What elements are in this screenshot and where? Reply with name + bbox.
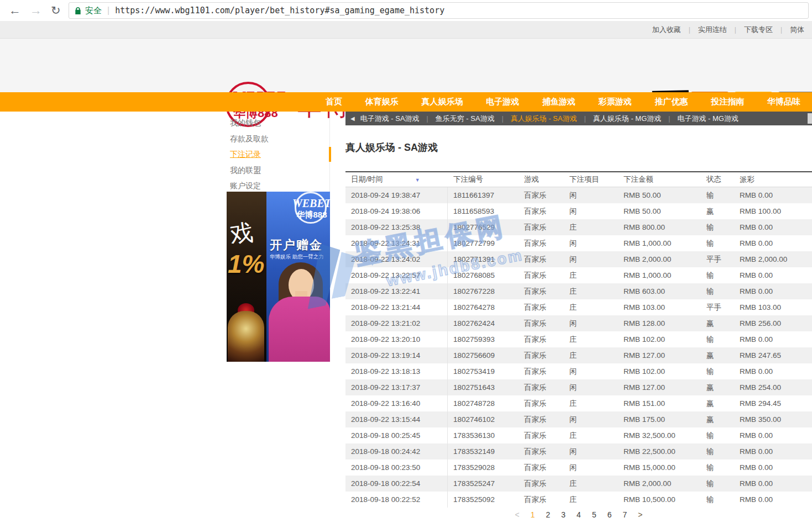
column-header-3[interactable]: 下注项目 [564,175,618,184]
table-cell: 1802771391 [448,255,518,263]
table-cell: 闲 [564,463,618,473]
table-row: 2018-09-22 13:19:141802756609百家乐庄RMB 127… [345,347,812,363]
table-cell: 2018-09-22 13:18:13 [345,363,448,379]
pagination-page-4[interactable]: 4 [577,510,581,519]
table-cell: 赢 [701,415,734,425]
nav-item-3[interactable]: 电子游戏 [486,97,519,107]
table-row: 2018-09-22 13:21:441802764278百家乐庄RMB 103… [345,299,812,315]
browser-reload-button[interactable]: ↻ [51,2,61,19]
nav-item-4[interactable]: 捕鱼游戏 [542,97,575,107]
table-cell: RMB 0.00 [734,367,812,376]
utility-link-1[interactable]: 实用连结 [690,25,735,35]
table-cell: RMB 0.00 [734,431,812,440]
pagination-prev[interactable]: < [515,510,520,519]
table-cell: 1802768085 [448,271,518,279]
nav-item-7[interactable]: 投注指南 [711,97,744,107]
history-tab-1[interactable]: 鱼乐无穷 - SA游戏 [436,114,495,124]
table-cell: RMB 50.00 [618,191,701,199]
history-tab-2[interactable]: 真人娱乐场 - SA游戏 [511,114,577,124]
column-header-0[interactable]: 日期/时间▼ [345,175,448,184]
nav-item-2[interactable]: 真人娱乐场 [421,97,463,107]
browser-chrome: ← → ↻ 安全 | https://www.wbg1101.com/playe… [0,0,812,21]
table-cell: 1802772799 [448,239,518,247]
active-indicator [329,147,331,162]
history-tab-0[interactable]: 电子游戏 - SA游戏 [360,114,420,124]
table-cell: 百家乐 [518,191,564,200]
nav-item-0[interactable]: 首页 [326,97,342,107]
table-row: 2018-09-18 00:24:421783532149百家乐闲RMB 22,… [345,443,812,459]
browser-forward-button[interactable]: → [30,2,42,19]
table-cell: 输 [701,447,734,457]
column-header-6[interactable]: 派彩 [734,175,812,184]
table-cell: 输 [701,463,734,473]
table-cell: 庄 [564,351,618,361]
table-cell: 1802753419 [448,367,518,376]
column-header-4[interactable]: 下注金额 [618,175,701,184]
address-bar[interactable]: 安全 | https://www.wbg1101.com/player/bet_… [69,2,809,19]
table-row: 2018-09-22 13:21:021802762424百家乐闲RMB 128… [345,315,812,331]
sidebar-item-1[interactable]: 存款及取款 [230,131,329,147]
browser-back-button[interactable]: ← [9,2,21,19]
table-row: 2018-09-22 13:22:411802767228百家乐庄RMB 603… [345,283,812,299]
pagination-page-3[interactable]: 3 [561,510,565,519]
banner-percent-text: 1% [228,249,264,279]
history-tab-4[interactable]: 电子游戏 - MG游戏 [677,114,738,124]
url-separator: | [107,6,109,15]
table-cell: 1783525092 [448,495,518,504]
table-cell: 2018-09-22 13:21:44 [345,299,448,315]
table-cell: RMB 0.00 [734,447,812,456]
pagination-page-6[interactable]: 6 [607,510,612,519]
table-cell: 输 [701,495,734,505]
table-cell: RMB 256.00 [734,319,812,327]
utility-link-0[interactable]: 加入收藏 [645,25,689,35]
url-text[interactable]: https://www.wbg1101.com/player/bet_histo… [115,6,444,15]
table-cell: 百家乐 [518,351,564,361]
banner-title: 开户赠金 [270,237,323,253]
sidebar-item-2[interactable]: 下注记录 [230,146,329,162]
table-cell: RMB 151.00 [618,399,701,408]
history-tab-bar: ◀ 电子游戏 - SA游戏|鱼乐无穷 - SA游戏|真人娱乐场 - SA游戏|真… [345,112,812,125]
bet-history-table: 日期/时间▼下注编号游戏下注项目下注金额状态派彩 2018-09-24 19:3… [345,171,812,508]
table-cell: 庄 [564,495,618,505]
table-cell: 百家乐 [518,207,564,216]
pagination-page-1[interactable]: 1 [531,510,535,519]
table-cell: 庄 [564,223,618,233]
table-cell: RMB 0.00 [734,287,812,295]
table-cell: 闲 [564,319,618,329]
utility-link-3[interactable]: 简体 [782,25,812,35]
table-cell: 百家乐 [518,255,564,265]
table-cell: 百家乐 [518,495,564,505]
table-cell: 1802748728 [448,399,518,408]
pagination-page-7[interactable]: 7 [622,510,627,519]
tab-separator: | [584,115,586,123]
table-cell: 输 [701,479,734,489]
promo-banner[interactable]: 戏 1% WEBET 华博888 开户赠金 华博娱乐 助您一臂之力 [227,192,330,362]
table-cell: 1802762424 [448,319,518,327]
nav-item-8[interactable]: 华博品味 [767,97,800,107]
sidebar-item-0[interactable]: 我的钱包 [230,115,329,131]
tab-scroll-left-icon[interactable]: ◀ [350,115,355,121]
table-cell: 平手 [701,303,734,313]
table-cell: 庄 [564,399,618,409]
table-cell: 庄 [564,479,618,489]
nav-item-1[interactable]: 体育娱乐 [365,97,399,107]
pagination-page-2[interactable]: 2 [546,510,551,519]
table-cell: 百家乐 [518,399,564,409]
column-header-2[interactable]: 游戏 [518,175,564,184]
nav-item-6[interactable]: 推广优惠 [654,97,688,107]
pagination-page-5[interactable]: 5 [592,510,596,519]
table-cell: 赢 [701,383,734,393]
column-header-5[interactable]: 状态 [701,175,734,184]
table-cell: 赢 [701,207,734,216]
history-tab-3[interactable]: 真人娱乐场 - MG游戏 [593,114,662,124]
nav-item-5[interactable]: 彩票游戏 [599,97,632,107]
column-header-1[interactable]: 下注编号 [448,175,518,184]
table-cell: RMB 294.45 [734,399,812,408]
tab-scroll-right-button[interactable] [808,113,812,124]
utility-link-2[interactable]: 下载专区 [736,25,780,35]
promo-banner-left-image: 戏 1% [227,192,266,362]
pagination-next[interactable]: > [638,510,642,519]
sort-desc-icon[interactable]: ▼ [415,177,420,183]
sidebar-item-3[interactable]: 我的联盟 [230,162,329,178]
table-cell: 2018-09-22 13:22:41 [345,283,448,299]
